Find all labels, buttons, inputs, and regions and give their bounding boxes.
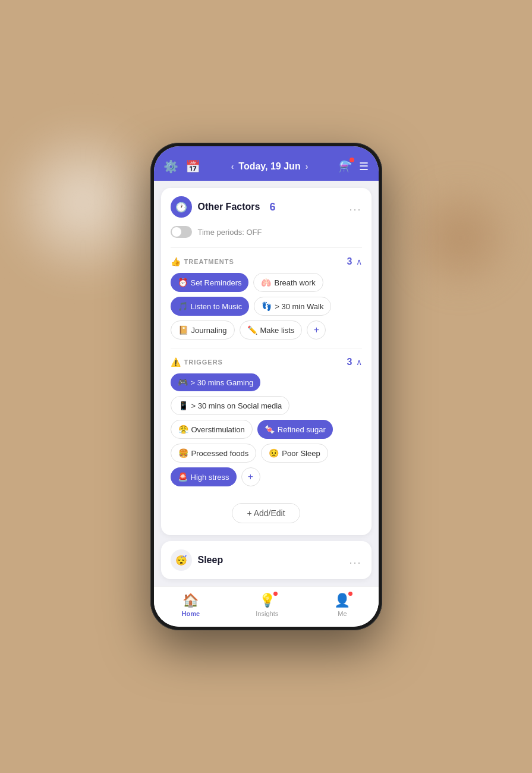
add-edit-area: + Add/Edit [171,497,362,529]
bottom-navigation: 🏠 Home 💡 Insights 👤 Me [154,586,379,627]
menu-icon[interactable]: ☰ [359,160,369,173]
time-periods-label: Time periods: OFF [198,228,262,237]
tag-poor-sleep[interactable]: 😟 Poor Sleep [261,444,328,463]
nav-me-label: Me [338,610,347,617]
other-factors-icon: 🕐 [171,196,192,218]
gaming-emoji: 🎮 [178,378,188,387]
tag-overstimulation[interactable]: 😤 Overstimulation [171,420,253,439]
me-badge [348,592,352,596]
warning-icon: ⚠️ [171,357,181,367]
next-arrow[interactable]: › [306,162,309,171]
phone-screen: ⚙️ 📅 ‹ Today, 19 Jun › ⚗️ ☰ [154,146,379,627]
treatments-header-right: 3 ∧ [347,256,362,267]
other-factors-header: 🕐 Other Factors 6 ... [161,188,372,224]
tag-listen-to-music[interactable]: 🎵 Listen to Music [171,297,250,316]
tag-overstimulation-label: Overstimulation [191,425,245,434]
tag-refined-sugar[interactable]: 🍬 Refined sugar [257,420,333,439]
other-factors-title: Other Factors [198,202,260,212]
nav-insights-label: Insights [256,610,278,617]
sleep-emoji: 😟 [269,448,279,458]
triggers-chevron[interactable]: ∧ [356,357,362,367]
tag-poor-sleep-label: Poor Sleep [282,449,320,458]
tag-30-min-walk[interactable]: 👣 > 30 min Walk [254,297,331,316]
sleep-more[interactable]: ... [349,554,361,567]
tag-30-mins-gaming[interactable]: 🎮 > 30 mins Gaming [171,373,261,391]
tag-set-reminders-label: Set Reminders [191,278,242,287]
triggers-count: 3 [347,357,352,367]
add-edit-button[interactable]: + Add/Edit [232,503,300,523]
calendar-icon[interactable]: 📅 [185,159,200,174]
clock-icon: 🕐 [175,202,187,213]
app-header: ⚙️ 📅 ‹ Today, 19 Jun › ⚗️ ☰ [154,155,379,181]
flask-icon[interactable]: ⚗️ [339,160,352,173]
tag-set-reminders[interactable]: ⏰ Set Reminders [171,273,249,292]
phone: ⚙️ 📅 ‹ Today, 19 Jun › ⚗️ ☰ [150,143,382,630]
other-factors-more[interactable]: ... [349,201,361,213]
treatments-divider [171,247,362,248]
home-icon: 🏠 [182,593,199,608]
triggers-tags: 🎮 > 30 mins Gaming 📱 > 30 mins on Social… [171,373,362,486]
nav-home-label: Home [182,610,200,617]
sleep-title: Sleep [198,555,223,565]
walk-emoji: 👣 [262,301,272,311]
triggers-add-button[interactable]: + [241,467,260,486]
phone-wrapper: ⚙️ 📅 ‹ Today, 19 Jun › ⚗️ ☰ [150,143,382,630]
triggers-header-right: 3 ∧ [347,357,362,367]
time-periods-row: Time periods: OFF [161,224,372,245]
treatments-header: 👍 TREATMENTS 3 ∧ [171,256,362,267]
treatments-count: 3 [347,256,352,267]
other-factors-card: 🕐 Other Factors 6 ... Time periods: OFF [161,188,372,535]
triggers-header-left: ⚠️ TRIGGERS [171,357,223,367]
tag-30-mins-gaming-label: > 30 mins Gaming [191,378,254,387]
treatments-section: 👍 TREATMENTS 3 ∧ ⏰ Set Reminders [161,250,372,345]
sleep-emoji-icon: 😴 [175,555,187,566]
other-factors-count: 6 [269,201,275,213]
prev-arrow[interactable]: ‹ [231,162,234,171]
tag-breath-work-label: Breath work [274,278,315,287]
tag-make-lists[interactable]: ✏️ Make lists [240,320,303,340]
tag-refined-sugar-label: Refined sugar [278,425,326,434]
status-bar [154,146,379,155]
insights-icon: 💡 [259,593,275,608]
triggers-divider [171,348,362,348]
tag-journaling[interactable]: 📔 Journaling [171,320,235,340]
tag-30-min-walk-label: > 30 min Walk [275,302,323,311]
breath-emoji: 🫁 [261,278,271,287]
triggers-title: TRIGGERS [184,359,223,366]
tag-high-stress[interactable]: 🚨 High stress [171,467,237,486]
tag-high-stress-label: High stress [191,473,229,482]
header-left: ⚙️ 📅 [163,159,200,174]
treatments-add-button[interactable]: + [307,320,326,340]
treatments-header-left: 👍 TREATMENTS [171,257,234,266]
phone-emoji: 📱 [178,401,188,410]
thumbs-up-icon: 👍 [171,257,181,266]
header-right: ⚗️ ☰ [339,160,369,173]
time-periods-toggle[interactable] [171,226,192,238]
flask-badge [350,158,354,162]
tag-journaling-label: Journaling [191,326,227,335]
stress-emoji: 🚨 [178,472,188,482]
treatments-chevron[interactable]: ∧ [356,257,362,266]
tag-social-media-label: > 30 mins on Social media [191,401,282,410]
insights-badge [273,592,278,596]
music-emoji: 🎵 [178,301,188,311]
main-content: 🕐 Other Factors 6 ... Time periods: OFF [154,181,379,586]
triggers-header: ⚠️ TRIGGERS 3 ∧ [171,357,362,367]
tag-social-media[interactable]: 📱 > 30 mins on Social media [171,396,290,415]
nav-home[interactable]: 🏠 Home [182,593,200,617]
sleep-card-left: 😴 Sleep [171,549,223,571]
settings-icon[interactable]: ⚙️ [163,159,178,174]
tag-listen-to-music-label: Listen to Music [191,302,243,311]
header-date: ‹ Today, 19 Jun › [231,161,309,172]
overstim-emoji: 😤 [178,425,188,434]
nav-me[interactable]: 👤 Me [334,593,350,617]
me-icon: 👤 [334,593,350,608]
reminder-emoji: ⏰ [178,278,188,287]
triggers-section: ⚠️ TRIGGERS 3 ∧ 🎮 > 30 mins Gamin [161,351,372,492]
tag-processed-foods[interactable]: 🍔 Processed foods [171,444,257,463]
food-emoji: 🍔 [178,448,188,458]
tag-breath-work[interactable]: 🫁 Breath work [253,273,323,292]
nav-insights[interactable]: 💡 Insights [256,593,278,617]
date-label: Today, 19 Jun [238,161,300,172]
sleep-card: 😴 Sleep ... [161,541,372,579]
